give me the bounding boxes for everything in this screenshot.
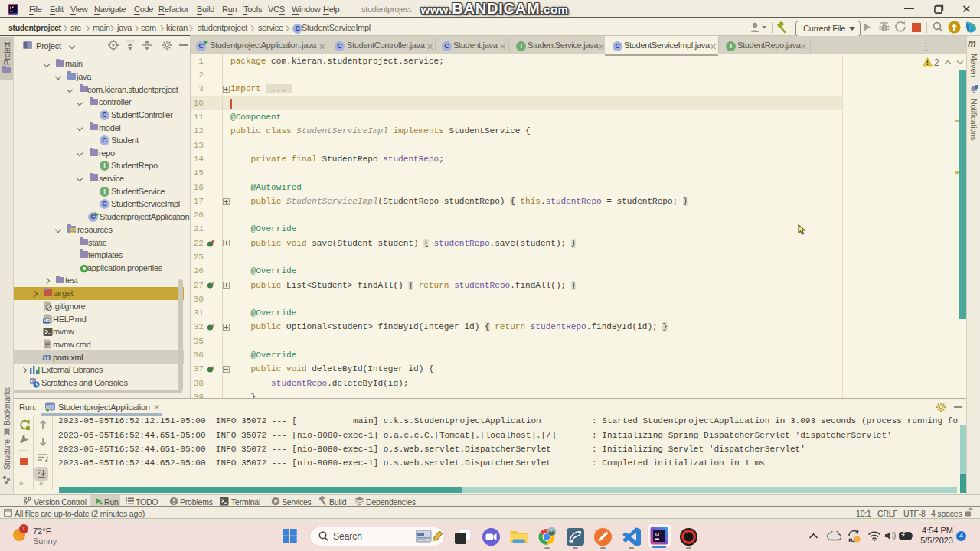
svg-text:MD: MD	[44, 318, 50, 323]
svg-text:IJ: IJ	[655, 532, 659, 536]
